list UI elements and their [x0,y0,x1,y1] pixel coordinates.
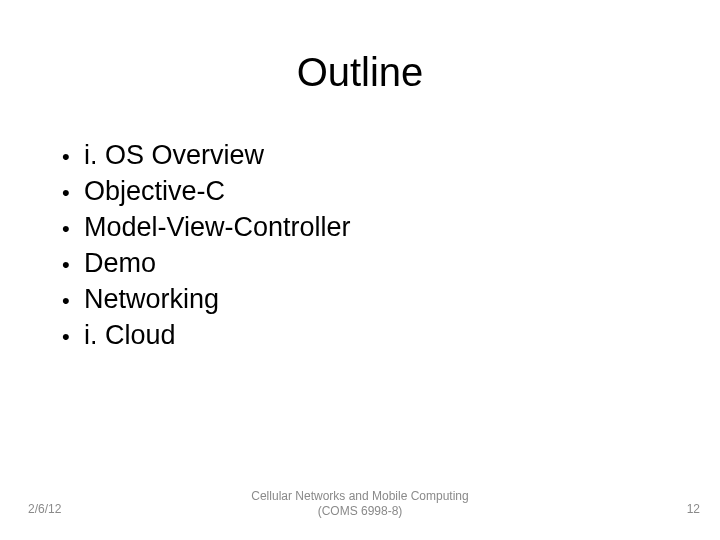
list-item: •i. OS Overview [62,138,351,174]
list-item-text: Demo [84,246,156,282]
bullet-icon: • [62,182,84,204]
bullet-icon: • [62,146,84,168]
footer-page-number: 12 [687,502,700,516]
list-item: •Objective-C [62,174,351,210]
list-item-text: Model-View-Controller [84,210,351,246]
slide: Outline •i. OS Overview •Objective-C •Mo… [0,0,720,540]
bullet-list: •i. OS Overview •Objective-C •Model-View… [62,138,351,353]
footer-center-line2: (COMS 6998-8) [251,504,468,520]
footer-center-line1: Cellular Networks and Mobile Computing [251,489,468,505]
list-item-text: Objective-C [84,174,225,210]
slide-footer: 2/6/12 Cellular Networks and Mobile Comp… [0,484,720,520]
list-item: •i. Cloud [62,318,351,354]
slide-title: Outline [0,50,720,95]
list-item-text: Networking [84,282,219,318]
footer-center: Cellular Networks and Mobile Computing (… [251,489,468,520]
bullet-icon: • [62,254,84,276]
list-item: •Model-View-Controller [62,210,351,246]
footer-date: 2/6/12 [28,502,61,516]
list-item-text: i. OS Overview [84,138,264,174]
bullet-icon: • [62,326,84,348]
bullet-icon: • [62,218,84,240]
list-item-text: i. Cloud [84,318,176,354]
list-item: •Networking [62,282,351,318]
list-item: •Demo [62,246,351,282]
bullet-icon: • [62,290,84,312]
